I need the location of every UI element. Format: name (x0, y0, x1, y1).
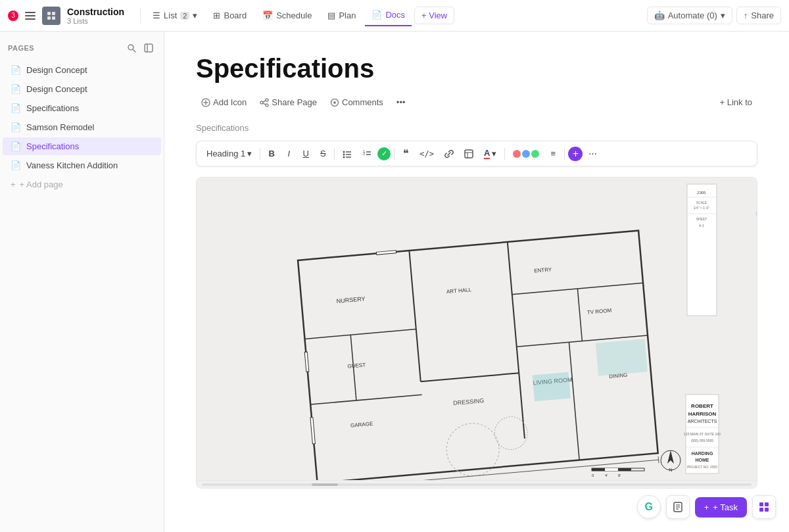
automate-icon: 🤖 (654, 11, 665, 20)
main-layout: PAGES 📄 Design Concept (0, 32, 789, 532)
text-color-button[interactable]: A ▾ (479, 146, 501, 161)
svg-point-16 (266, 104, 268, 107)
numbered-list-button[interactable]: 1. 2. (358, 147, 376, 160)
sidebar-item-specifications[interactable]: 📄 Specifications (3, 99, 161, 117)
link-to-button[interactable]: + Link to (714, 95, 757, 110)
more-icon: ••• (396, 97, 406, 107)
svg-point-23 (343, 153, 345, 155)
add-icon-button[interactable]: Add Icon (196, 95, 252, 110)
align-button[interactable]: ≡ (545, 147, 561, 160)
svg-point-20 (333, 101, 336, 104)
fmt-sep-2 (334, 148, 335, 160)
svg-rect-6 (52, 16, 55, 20)
automate-button[interactable]: 🤖 Automate (0) ▾ (647, 7, 732, 24)
scrollbar-track (202, 483, 752, 486)
fmt-sep-5 (564, 148, 565, 160)
add-page-button[interactable]: + + Add page (3, 176, 161, 193)
sidebar-item-label: Design Concept (26, 65, 87, 75)
italic-button[interactable]: I (281, 147, 297, 160)
page-icon: 📄 (11, 103, 21, 113)
svg-text:2305: 2305 (697, 191, 706, 195)
red-dot (513, 150, 521, 158)
sidebar-item-samson-remodel[interactable]: 📄 Samson Remodel (3, 118, 161, 136)
top-nav: 3 Construction 3 Lists ☰ List 2 ▾ ⊞ Boar… (0, 0, 789, 32)
automate-label: Automate (0) (668, 11, 717, 20)
tab-plan[interactable]: ▤ Plan (321, 5, 362, 26)
doc-toolbar: Add Icon Share Page Comments (196, 95, 757, 110)
quote-button[interactable]: ❝ (398, 145, 414, 162)
sidebar-item-design-concept-1[interactable]: 📄 Design Concept (3, 61, 161, 79)
strikethrough-button[interactable]: S (315, 147, 331, 160)
tab-docs[interactable]: 📄 Docs (365, 5, 412, 26)
link-button[interactable] (440, 147, 458, 160)
docs-label: Docs (385, 10, 405, 20)
page-icon: 📄 (11, 65, 21, 75)
svg-text:N: N (669, 468, 672, 472)
svg-line-18 (263, 103, 266, 105)
search-icon-btn[interactable] (124, 41, 139, 55)
svg-text:HARRISON: HARRISON (688, 411, 717, 417)
blueprint-container: NURSERY GUEST GARAGE ART HALL DRESSING E… (196, 177, 757, 489)
add-view-button[interactable]: + View (414, 7, 454, 24)
svg-rect-1 (25, 15, 36, 16)
sidebar-actions (124, 41, 156, 55)
horizontal-scrollbar[interactable] (197, 480, 757, 488)
fmt-sep-4 (504, 148, 505, 160)
grid-view-button[interactable] (752, 495, 776, 519)
tab-board[interactable]: ⊞ Board (206, 5, 253, 26)
svg-rect-102 (759, 502, 763, 506)
list-chevron: ▾ (193, 11, 197, 20)
table-button[interactable] (460, 147, 478, 160)
collapse-icon-btn[interactable] (141, 41, 156, 55)
plan-label: Plan (339, 11, 356, 20)
svg-text:123 MAIN ST SUITE 100: 123 MAIN ST SUITE 100 (684, 432, 721, 436)
code-button[interactable]: </> (415, 147, 439, 160)
color-dots-button[interactable] (508, 148, 544, 160)
svg-rect-93 (605, 468, 618, 471)
tab-list[interactable]: ☰ List 2 ▾ (146, 5, 204, 26)
project-title: Construction 3 Lists (67, 7, 124, 25)
automate-chevron: ▾ (721, 11, 725, 20)
nav-right: 🤖 Automate (0) ▾ ↑ Share (647, 7, 781, 24)
add-task-button[interactable]: + + Task (695, 497, 747, 518)
project-icon (42, 7, 60, 25)
fab-area: G + + Task (637, 495, 776, 519)
svg-text:SHEET: SHEET (696, 217, 707, 221)
comments-button[interactable]: Comments (325, 95, 389, 110)
sidebar-item-label: Vaness Kitchen Addition (26, 160, 118, 170)
project-name: Construction (67, 7, 124, 17)
notification-badge: 3 (8, 11, 18, 21)
plan-icon: ▤ (327, 11, 335, 20)
list-count: 2 (180, 12, 189, 20)
underline-button[interactable]: U (298, 147, 314, 160)
svg-text:8': 8' (618, 473, 621, 477)
scrollbar-thumb[interactable] (312, 483, 338, 486)
sidebar-item-label: Specifications (26, 141, 79, 151)
bold-button[interactable]: B (264, 147, 279, 160)
more-toolbar-button[interactable]: ⋯ (584, 147, 602, 160)
heading-chevron: ▾ (247, 149, 252, 158)
grammarly-button[interactable]: G (637, 495, 661, 519)
doc-title[interactable]: Specifications (196, 53, 757, 84)
heading-select[interactable]: Heading 1 ▾ (202, 147, 256, 160)
tab-schedule[interactable]: 📅 Schedule (256, 5, 318, 26)
sidebar-item-label: Samson Remodel (26, 122, 94, 132)
sidebar-item-design-concept-2[interactable]: 📄 Design Concept (3, 80, 161, 98)
menu-icon[interactable] (21, 7, 39, 25)
svg-text:SCALE: SCALE (696, 201, 707, 205)
share-page-button[interactable]: Share Page (254, 95, 322, 110)
link-to-label: + Link to (719, 97, 752, 107)
svg-line-17 (263, 101, 266, 102)
share-button[interactable]: ↑ Share (736, 7, 781, 24)
bullet-list-button[interactable] (338, 147, 356, 160)
blue-dot (522, 150, 530, 158)
sidebar-item-vaness-kitchen[interactable]: 📄 Vaness Kitchen Addition (3, 157, 161, 174)
svg-text:1/4" = 1'-0": 1/4" = 1'-0" (694, 206, 710, 210)
add-block-button[interactable]: + (568, 147, 583, 161)
check-button[interactable]: ✓ (377, 147, 391, 160)
svg-rect-105 (765, 508, 769, 512)
svg-text:PROJECT NO. 2305: PROJECT NO. 2305 (687, 465, 717, 469)
sidebar-item-specifications-active[interactable]: 📄 Specifications (3, 137, 161, 155)
doc-icon-button[interactable] (666, 495, 690, 519)
more-options-button[interactable]: ••• (391, 95, 411, 110)
